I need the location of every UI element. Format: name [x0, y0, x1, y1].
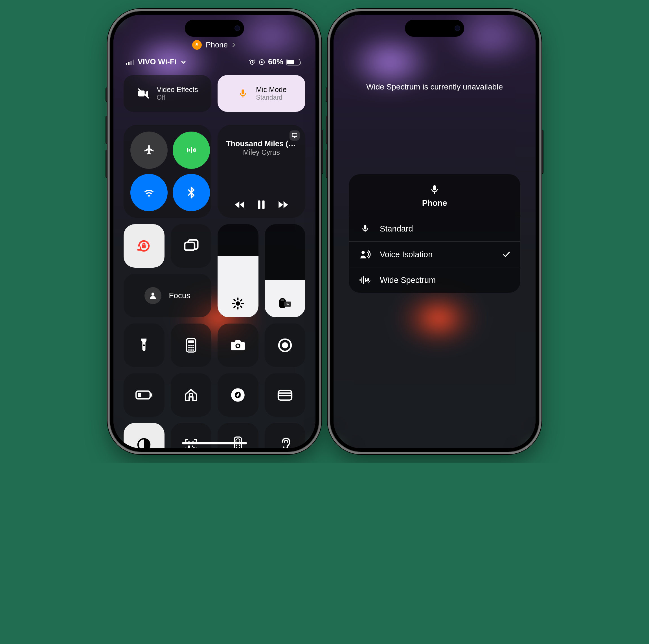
airplane-mode-toggle[interactable] [130, 131, 168, 169]
svg-line-25 [241, 306, 242, 308]
microphone-icon [236, 88, 250, 99]
person-icon [144, 287, 161, 304]
svg-point-37 [190, 345, 191, 346]
svg-rect-61 [192, 445, 193, 447]
device-frame: Wide Spectrum is currently unavailable P… [330, 11, 539, 452]
svg-rect-50 [151, 393, 153, 397]
pause-button[interactable] [256, 199, 267, 210]
svg-rect-2 [130, 61, 132, 65]
forward-button[interactable] [277, 199, 289, 211]
calculator-tile[interactable] [171, 324, 212, 367]
brightness-slider[interactable] [218, 224, 258, 317]
mic-mode-panel-header: Phone [349, 174, 520, 216]
carrier-label: VIVO Wi-Fi [138, 57, 177, 66]
svg-rect-62 [193, 447, 194, 448]
screen-record-tile[interactable] [265, 324, 306, 367]
svg-rect-0 [126, 63, 127, 65]
mic-mode-option-standard[interactable]: Standard [349, 216, 520, 242]
camera-tile[interactable] [218, 324, 258, 367]
home-indicator[interactable] [182, 442, 247, 444]
mic-mode-panel: Phone Standard Voice Isolation [349, 174, 520, 293]
svg-point-52 [189, 393, 192, 396]
bluetooth-toggle[interactable] [173, 174, 210, 211]
battery-pct: 60% [268, 57, 283, 66]
svg-rect-72 [363, 276, 364, 284]
qr-code-tile[interactable] [171, 423, 212, 448]
orientation-lock-tile[interactable] [124, 224, 165, 268]
dark-mode-tile[interactable] [124, 423, 165, 448]
home-tile[interactable] [171, 373, 212, 417]
mic-mode-panel-app: Phone [422, 199, 447, 208]
svg-marker-12 [240, 201, 244, 208]
mic-mode-state: Standard [256, 94, 287, 102]
svg-rect-56 [278, 395, 292, 396]
mic-mode-option-voice-isolation[interactable]: Voice Isolation [349, 242, 520, 267]
orientation-lock-icon [258, 59, 265, 66]
svg-point-69 [361, 251, 364, 254]
audio-route-icon[interactable] [290, 130, 300, 140]
device-left: Phone VIVO Wi-Fi [110, 11, 319, 452]
svg-point-43 [190, 349, 191, 351]
svg-point-42 [188, 349, 189, 351]
svg-marker-16 [284, 201, 288, 208]
svg-marker-11 [235, 201, 239, 208]
breadcrumb[interactable]: Phone [192, 40, 237, 50]
device-volume-up [326, 116, 329, 144]
mic-mode-option-wide-spectrum[interactable]: Wide Spectrum [349, 267, 520, 293]
video-effects-tile[interactable]: Video Effects Off [124, 75, 211, 112]
cellular-data-toggle[interactable] [173, 131, 210, 169]
option-label: Wide Spectrum [380, 276, 436, 285]
svg-point-41 [192, 347, 194, 349]
option-label: Voice Isolation [380, 250, 433, 259]
svg-point-66 [239, 444, 240, 446]
hearing-tile[interactable] [265, 423, 306, 448]
breadcrumb-app: Phone [206, 41, 228, 49]
svg-point-68 [239, 447, 240, 448]
svg-line-26 [234, 306, 235, 308]
apple-tv-remote-tile[interactable] [218, 423, 258, 448]
wallet-tile[interactable] [265, 373, 306, 417]
svg-rect-73 [365, 278, 366, 282]
video-slash-icon [137, 87, 150, 99]
chevron-right-icon [230, 42, 237, 48]
svg-point-32 [152, 292, 155, 295]
wifi-toggle[interactable] [130, 174, 168, 211]
screen-mirroring-tile[interactable] [171, 224, 212, 268]
svg-rect-60 [188, 445, 190, 448]
wifi-icon [179, 59, 187, 65]
svg-rect-6 [261, 62, 262, 63]
volume-slider[interactable]: tv [265, 224, 306, 317]
svg-point-67 [235, 447, 237, 448]
svg-marker-10 [293, 137, 296, 138]
device-mute-switch [326, 87, 329, 102]
svg-rect-35 [188, 340, 194, 343]
device-power-button [540, 130, 544, 174]
device-mute-switch [105, 87, 109, 102]
device-volume-up [105, 116, 109, 144]
svg-rect-70 [359, 279, 360, 281]
shazam-tile[interactable] [218, 373, 258, 417]
video-effects-label: Video Effects [157, 86, 198, 94]
dynamic-island [185, 20, 244, 37]
checkmark-icon [502, 250, 511, 258]
svg-text:tv: tv [286, 303, 289, 306]
device-right: Wide Spectrum is currently unavailable P… [330, 11, 539, 452]
focus-tile[interactable]: Focus [124, 274, 211, 317]
alarm-icon [249, 59, 256, 66]
device-power-button [320, 130, 323, 174]
svg-point-65 [235, 444, 237, 446]
wide-spectrum-icon [358, 275, 372, 285]
flashlight-tile[interactable] [124, 324, 165, 367]
mic-mode-tile[interactable]: Mic Mode Standard [218, 75, 305, 112]
now-playing-tile[interactable]: Thousand Miles (… Miley Cyrus [218, 125, 305, 218]
option-label: Standard [380, 224, 413, 234]
microphone-active-icon [192, 40, 202, 50]
svg-rect-1 [128, 62, 130, 65]
rewind-button[interactable] [234, 199, 246, 211]
battery-icon [286, 59, 300, 66]
low-power-tile[interactable] [124, 373, 165, 417]
device-screen: Wide Spectrum is currently unavailable P… [334, 15, 535, 448]
svg-point-38 [192, 345, 194, 346]
svg-rect-71 [361, 277, 362, 283]
svg-marker-15 [278, 201, 283, 208]
